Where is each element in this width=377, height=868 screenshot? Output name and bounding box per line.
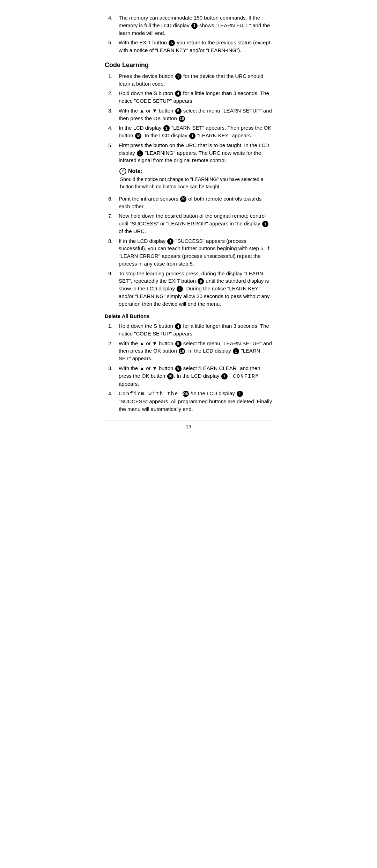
list-text: Point the infrared sensors 20 of both re… — [119, 195, 272, 210]
circle-18: 18 — [179, 116, 185, 122]
list-item: 4. In the LCD display 1 "LEARN SET" appe… — [105, 124, 272, 139]
list-text: If in the LCD display 1 "SUCCESS" appear… — [119, 237, 272, 268]
list-number: 1. — [108, 72, 116, 88]
note-block: i Note: Should the notice not change to … — [119, 167, 272, 190]
list-number: 3. — [108, 364, 116, 388]
circle-6: 6 — [169, 40, 175, 46]
section-heading-code-learning: Code Learning — [105, 60, 272, 70]
circle-ok: OK — [183, 391, 189, 397]
list-text: With the ▲ or ▼ button 5 select the menu… — [119, 340, 272, 362]
list-number: 1. — [108, 322, 116, 338]
list-text: Hold down the S button 4 for a little lo… — [119, 322, 272, 338]
circle-4: 4 — [175, 91, 181, 97]
circle-18c: 18 — [179, 348, 185, 354]
list-text: Hold down the S button 4 for a little lo… — [119, 89, 272, 105]
circle-18b: 18 — [135, 133, 141, 139]
list-number: 6. — [108, 195, 116, 210]
list-item: 2. With the ▲ or ▼ button 5 select the m… — [105, 340, 272, 362]
circle-5c: 5 — [175, 366, 182, 372]
list-text: The memory can accommodate 150 button co… — [119, 14, 272, 37]
section-heading-delete: Delete All Buttons — [105, 312, 272, 320]
list-item: 1. Press the device button 3 for the dev… — [105, 72, 272, 88]
circle-1c: 1 — [137, 150, 143, 157]
list-item: 5. With the EXIT button 6 you return to … — [105, 39, 272, 54]
list-text: With the EXIT button 6 you return to the… — [119, 39, 272, 54]
circle-18d: 18 — [167, 373, 173, 379]
list-item: 4. Confirm with the OK /In the LCD displ… — [105, 390, 272, 413]
list-item: 3. With the ▲ or ▼ button 5 select the m… — [105, 107, 272, 122]
list-item: 7. Now hold down the desired button of t… — [105, 212, 272, 235]
note-text: Should the notice not change to "LEARNIN… — [119, 176, 272, 190]
circle-1i: 1 — [237, 391, 243, 397]
circle-5: 5 — [175, 108, 182, 114]
circle-1g: 1 — [233, 348, 239, 354]
list-item: 6. Point the infrared sensors 20 of both… — [105, 195, 272, 210]
list-text: Now hold down the desired button of the … — [119, 212, 272, 235]
circle-6b: 6 — [198, 278, 204, 284]
circle-1: 1 — [163, 125, 170, 131]
code-learning-list: 1. Press the device button 3 for the dev… — [105, 72, 272, 308]
list-number: 9. — [108, 270, 116, 308]
delete-list: 1. Hold down the S button 4 for a little… — [105, 322, 272, 413]
circle-20: 20 — [180, 196, 186, 202]
list-text: In the LCD display 1 "LEARN SET" appears… — [119, 124, 272, 139]
page-divider — [105, 420, 272, 420]
circle-1h: 1 — [221, 373, 228, 379]
list-number: 5. — [108, 39, 116, 54]
list-item: 8. If in the LCD display 1 "SUCCESS" app… — [105, 237, 272, 268]
list-item: 4. The memory can accommodate 150 button… — [105, 14, 272, 37]
circle-1b: 1 — [189, 133, 195, 139]
list-number: 3. — [108, 107, 116, 122]
list-number: 8. — [108, 237, 116, 268]
list-number: 2. — [108, 89, 116, 105]
info-icon: i — [119, 168, 126, 175]
list-text: To stop the learning process press, duri… — [119, 270, 272, 308]
page-number: - 19 - — [105, 423, 272, 430]
list-number: 7. — [108, 212, 116, 235]
circle-1d: 1 — [262, 221, 268, 227]
note-title: i Note: — [119, 167, 272, 175]
list-item: 3. With the ▲ or ▼ button 5 select "LEAR… — [105, 364, 272, 388]
list-item: 5. First press the button on the URC tha… — [105, 142, 272, 193]
list-number: 5. — [108, 142, 116, 193]
circle-5b: 5 — [175, 341, 182, 347]
list-item: 2. Hold down the S button 4 for a little… — [105, 89, 272, 105]
list-text: With the ▲ or ▼ button 5 select the menu… — [119, 107, 272, 122]
corrupted-text-3: CONFIRM — [229, 374, 263, 379]
list-number: 4. — [108, 390, 116, 413]
list-number: 2. — [108, 340, 116, 362]
circle-3: 3 — [175, 73, 182, 80]
circle-1f: 1 — [177, 286, 183, 292]
list-number: 4. — [108, 124, 116, 139]
continuation-list: 4. The memory can accommodate 150 button… — [105, 14, 272, 54]
list-number: 4. — [108, 14, 116, 37]
list-text: First press the button on the URC that i… — [119, 142, 272, 193]
list-item: 9. To stop the learning process press, d… — [105, 270, 272, 308]
list-text: Press the device button 3 for the device… — [119, 72, 272, 88]
corrupted-text-4: Confirm with the — [119, 391, 182, 397]
list-text: With the ▲ or ▼ button 5 select "LEARN C… — [119, 364, 272, 388]
list-text: Confirm with the OK /In the LCD display … — [119, 390, 272, 413]
list-item: 1. Hold down the S button 4 for a little… — [105, 322, 272, 338]
page-content: 4. The memory can accommodate 150 button… — [105, 14, 272, 430]
circle-1: 1 — [191, 23, 198, 29]
circle-1e: 1 — [167, 238, 173, 245]
circle-4b: 4 — [175, 323, 181, 330]
